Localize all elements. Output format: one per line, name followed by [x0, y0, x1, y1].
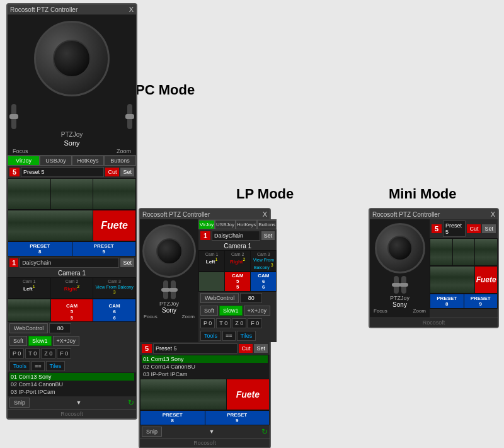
lp-f0-btn[interactable]: F 0 — [248, 318, 262, 328]
mini-joystick-section: PTZJoy Sony Focus Zoom — [370, 219, 430, 318]
lp-preset-8[interactable]: PRESET8 — [140, 411, 205, 425]
lp-webcontrol-input[interactable] — [240, 293, 262, 303]
mini-title: Rocosoft PTZ Controller — [372, 211, 440, 218]
pc-cam-list-2[interactable]: 02 Com14 CanonBU — [9, 381, 134, 388]
lp-tab-hotkeys[interactable]: HotKeys — [236, 220, 257, 229]
pc-fuete-badge: Fuete — [93, 210, 135, 241]
pc-right-slider[interactable] — [127, 104, 132, 129]
lp-preset-9[interactable]: PRESET9 — [205, 411, 270, 425]
pc-close[interactable]: X — [129, 6, 134, 13]
lp-z0-btn[interactable]: Z 0 — [232, 318, 246, 328]
mini-close[interactable]: X — [491, 210, 495, 218]
pc-p0-btn[interactable]: P 0 — [9, 348, 24, 359]
mini-joystick[interactable] — [375, 223, 425, 273]
mini-preset-9[interactable]: PRESET9 — [464, 294, 498, 308]
pc-ptzjoy-label: PTZJoy — [8, 130, 136, 139]
pc-preset-8[interactable]: PRESET8 — [8, 242, 72, 256]
pc-titlebar: Rocosoft PTZ Controller X — [8, 4, 136, 14]
pc-ptzo-row: P 0 T 0 Z 0 F 0 — [8, 347, 136, 360]
pc-tools-btn[interactable]: Tools — [9, 361, 30, 371]
mini-prev-4 — [430, 267, 474, 293]
pc-f0-btn[interactable]: F 0 — [57, 348, 71, 359]
pc-z0-btn[interactable]: Z 0 — [41, 348, 55, 359]
mini-left-slider[interactable] — [394, 276, 399, 294]
pc-soft-btn[interactable]: Soft — [9, 336, 27, 346]
lp-close[interactable]: X — [263, 210, 267, 218]
mini-set-btn[interactable]: Set — [482, 224, 496, 233]
pc-set-btn[interactable]: Set — [120, 168, 134, 176]
tab-virjoy[interactable]: VirJoy — [8, 156, 40, 166]
pc-cam-badge-5[interactable]: CAM55 — [51, 299, 93, 321]
pc-cut-btn[interactable]: Cut — [105, 168, 119, 176]
mini-right: 5 Preset 5 Cut Set Fuete PRESET8 PRESET9 — [430, 219, 498, 318]
lp-p0-btn[interactable]: P 0 — [200, 318, 215, 328]
pc-tools-row: Tools ≡≡ Tiles — [8, 360, 136, 372]
pc-webcontrol-input[interactable] — [49, 323, 71, 333]
lp-cam-badge-6[interactable]: CAM66 — [251, 272, 276, 291]
pc-focus-label: Focus — [13, 148, 28, 154]
pc-t0-btn[interactable]: T 0 — [25, 348, 40, 359]
pc-preset-num: 5 — [9, 168, 20, 176]
pc-left-slider[interactable] — [11, 104, 16, 129]
pc-cam-list-3[interactable]: 03 IP-Port IPCam — [9, 388, 134, 396]
lp-left-slider[interactable] — [163, 280, 168, 299]
mini-right-slider[interactable] — [401, 276, 406, 294]
tab-hotkeys[interactable]: HotKeys — [72, 156, 104, 166]
lp-cam-names: Cam 1 Left1 Cam 2 Right2 Cam 3 View From… — [198, 250, 277, 272]
mini-sony: Sony — [392, 301, 407, 308]
pc-cam-list-1[interactable]: 01 Com13 Sony — [9, 373, 134, 381]
lp-tab-usbjoy[interactable]: USBJoy — [215, 220, 236, 229]
lp-joystick[interactable] — [142, 224, 196, 278]
pc-daisy-set-btn[interactable]: Set — [120, 258, 134, 267]
pc-slow1-btn[interactable]: Slow1 — [28, 336, 52, 346]
pc-refresh-btn[interactable]: ↻ — [128, 398, 134, 407]
pc-webcontrol-btn[interactable]: WebControl — [9, 323, 48, 333]
lp-soft-btn[interactable]: Soft — [200, 306, 218, 316]
lp-refresh-btn[interactable]: ↻ — [261, 427, 268, 436]
mini-preset-num: 5 — [432, 224, 442, 233]
lp-cam-list-2[interactable]: 02 Com14 CanonBU — [142, 363, 268, 370]
pc-snip-btn[interactable]: Snip — [9, 398, 30, 408]
lp-xjoy-btn[interactable]: +X+Joy — [244, 306, 271, 316]
lp-cam-list-1[interactable]: 01 Com13 Sony — [142, 355, 268, 363]
pc-tiles-btn[interactable]: Tiles — [46, 361, 66, 371]
pc-preset-9[interactable]: PRESET9 — [72, 242, 136, 256]
lp-right-slider[interactable] — [171, 280, 176, 299]
lp-tab-virjoy[interactable]: VirJoy — [198, 220, 215, 229]
pc-preview-1 — [8, 179, 50, 209]
mini-cut-btn[interactable]: Cut — [467, 224, 481, 233]
lp-cam-list-3[interactable]: 03 IP-Port IPCam — [142, 370, 268, 378]
pc-left-slider-container — [11, 104, 16, 129]
lp-set-btn[interactable]: Set — [261, 231, 275, 240]
pc-joystick-inner — [53, 40, 91, 78]
pc-joystick-outer[interactable] — [34, 21, 110, 96]
mini-zoom: Zoom — [413, 308, 426, 314]
pc-grid-icon-btn[interactable]: ≡≡ — [32, 361, 45, 371]
mini-preview-bottom: Fuete — [430, 266, 498, 294]
mini-fuete: Fuete — [475, 267, 497, 293]
pc-xjoy-btn[interactable]: +X+Joy — [53, 336, 80, 346]
lp-soft-row: Soft Slow1 +X+Joy — [198, 304, 277, 317]
lp-snip-btn[interactable]: Snip — [142, 427, 162, 437]
pc-cam1-name: Cam 1 Left1 — [8, 278, 50, 298]
lp-cut-btn[interactable]: Cut — [239, 344, 253, 353]
lp-tools-btn[interactable]: Tools — [200, 331, 221, 341]
lp-cam-preview-1 — [199, 272, 224, 291]
lp-cam-badge-5[interactable]: CAM55 — [225, 272, 250, 291]
lp-tiles-btn[interactable]: Tiles — [237, 331, 256, 341]
tab-buttons[interactable]: Buttons — [104, 156, 136, 166]
mini-joystick-inner — [387, 236, 413, 261]
pc-left-thumb — [9, 114, 18, 119]
lp-preview-fuete: Fuete — [140, 379, 270, 410]
lp-grid-btn[interactable]: ≡≡ — [222, 331, 236, 341]
mini-preset-8[interactable]: PRESET8 — [430, 294, 464, 308]
tab-usbjoy[interactable]: USBJoy — [40, 156, 72, 166]
lp-slow1-btn[interactable]: Slow1 — [219, 306, 243, 316]
pc-right-slider-container — [127, 104, 132, 129]
lp-webcontrol-btn[interactable]: WebControl — [200, 293, 239, 303]
lp-t0-btn[interactable]: T 0 — [216, 318, 231, 328]
pc-cam-badge-6[interactable]: CAM66 — [93, 299, 135, 321]
lp-set-btn-2[interactable]: Set — [254, 344, 268, 353]
mini-sliders — [394, 276, 406, 294]
lp-tab-buttons[interactable]: Buttons — [257, 220, 277, 229]
